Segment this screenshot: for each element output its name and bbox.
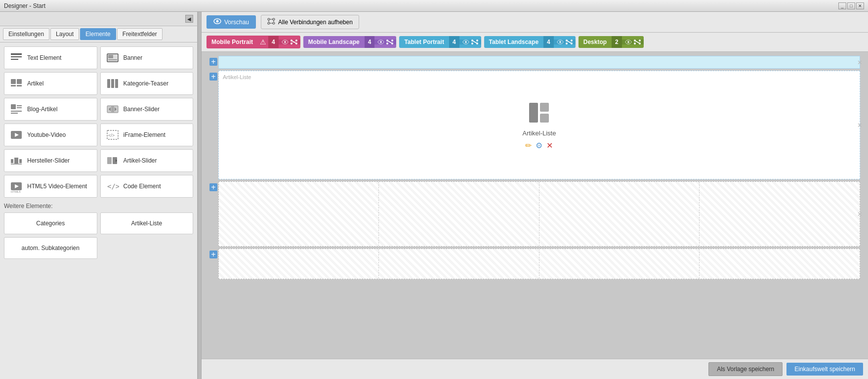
- tab-einstellungen[interactable]: Einstellungen: [3, 28, 49, 40]
- svg-point-66: [476, 42, 478, 44]
- device-tab-tablet-landscape[interactable]: Tablet Landscape 4: [484, 36, 576, 48]
- header-row-delete[interactable]: ✕: [857, 59, 863, 66]
- add-row-3-button[interactable]: +: [209, 183, 217, 191]
- desktop-icons: [622, 40, 644, 44]
- svg-point-73: [571, 42, 573, 44]
- canvas-wrapper: + ✕ + Artikel-Liste: [202, 52, 868, 359]
- svg-point-75: [571, 40, 573, 42]
- save-template-button[interactable]: Als Vorlage speichern: [708, 362, 783, 376]
- svg-rect-28: [19, 159, 22, 163]
- svg-point-60: [386, 42, 388, 44]
- element-blog-artikel[interactable]: Blog-Artikel: [4, 98, 97, 121]
- window-controls: _ □ ✕: [838, 2, 864, 9]
- connections-button[interactable]: Alle Verbindungen aufheben: [261, 15, 359, 29]
- save-shop-button[interactable]: Einkaufswelt speichern: [786, 363, 863, 376]
- iframe-label: iFrame-Element: [124, 131, 165, 138]
- element-artikel-slider[interactable]: Artikel-Slider: [100, 149, 194, 172]
- minimize-button[interactable]: _: [838, 2, 846, 9]
- kategorie-teaser-label: Kategorie-Teaser: [124, 80, 168, 87]
- grid-cell-4-3: [539, 249, 700, 279]
- grid-cell-4-1: [219, 249, 379, 279]
- artikel-liste-row: Artikel-Liste Artikel-Liste: [218, 71, 860, 179]
- preview-button[interactable]: Vorschau: [207, 15, 256, 29]
- grid-cell-3-2: [379, 182, 539, 246]
- add-row-before-button[interactable]: +: [209, 58, 217, 66]
- delete-action-icon[interactable]: ✕: [546, 141, 553, 150]
- canvas-row-1-wrapper: + ✕: [209, 56, 860, 69]
- add-row-4-button[interactable]: +: [209, 251, 217, 258]
- header-row: ✕: [218, 56, 860, 69]
- svg-point-51: [290, 40, 292, 42]
- further-element-autom-subkategorien[interactable]: autom. Subkategorien: [4, 237, 97, 259]
- mobile-landscape-label: Mobile Landscape: [303, 36, 365, 48]
- resize-handle[interactable]: [198, 12, 202, 379]
- mobile-landscape-icons: [374, 40, 396, 44]
- maximize-button[interactable]: □: [847, 2, 855, 9]
- hersteller-slider-label: Hersteller-Slider: [27, 157, 70, 164]
- tab-elemente[interactable]: Elemente: [80, 28, 116, 40]
- banner-label: Banner: [124, 54, 143, 61]
- svg-rect-84: [540, 103, 549, 112]
- tab-layout[interactable]: Layout: [50, 28, 79, 40]
- artikel-liste-row-delete[interactable]: ✕: [857, 122, 863, 129]
- html5-video-label: HTML5 Video-Element: [27, 183, 87, 190]
- svg-rect-1: [11, 56, 22, 57]
- grid-row-3-delete[interactable]: ✕: [857, 211, 863, 218]
- further-element-categories[interactable]: Categories: [4, 212, 97, 234]
- grid-cell-3-4: [700, 182, 860, 246]
- tablet-portrait-badge: 4: [449, 36, 459, 48]
- collapse-button[interactable]: ◀: [185, 15, 193, 23]
- svg-point-54: [295, 42, 297, 44]
- tab-freitextfelder[interactable]: Freitextfelder: [117, 28, 163, 40]
- device-tab-mobile-landscape[interactable]: Mobile Landscape 4: [303, 36, 397, 48]
- element-banner[interactable]: Banner: [100, 46, 194, 69]
- text-element-label: Text Element: [27, 54, 61, 61]
- svg-rect-83: [529, 103, 538, 123]
- element-text-element[interactable]: Text Element: [4, 46, 97, 69]
- element-iframe[interactable]: </> iFrame-Element: [100, 124, 194, 146]
- artikel-slider-icon: [106, 154, 120, 168]
- element-code[interactable]: </> Code Element: [100, 175, 194, 198]
- device-tab-mobile-portrait[interactable]: Mobile Portrait ⚠ 4: [207, 36, 300, 48]
- tablet-portrait-icons: [459, 40, 481, 44]
- device-tab-desktop[interactable]: Desktop 2: [579, 36, 644, 48]
- svg-point-53: [290, 42, 292, 44]
- edit-action-icon[interactable]: ✏: [525, 141, 532, 150]
- svg-point-68: [476, 40, 478, 42]
- add-row-2-button[interactable]: +: [209, 73, 217, 81]
- svg-point-65: [471, 40, 473, 42]
- device-tab-tablet-portrait[interactable]: Tablet Portrait 4: [399, 36, 481, 48]
- close-button[interactable]: ✕: [856, 2, 864, 9]
- svg-point-77: [627, 41, 629, 43]
- grid-cell-4-2: [379, 249, 539, 279]
- svg-rect-13: [11, 104, 16, 109]
- svg-rect-30: [107, 157, 112, 164]
- svg-point-42: [273, 22, 275, 24]
- svg-rect-21: [111, 106, 114, 113]
- bottom-toolbar: Als Vorlage speichern Einkaufswelt speic…: [202, 359, 868, 379]
- further-element-artikel-liste[interactable]: Artikel-Liste: [100, 212, 194, 234]
- element-hersteller-slider[interactable]: Hersteller-Slider: [4, 149, 97, 172]
- element-banner-slider[interactable]: Banner-Slider: [100, 98, 194, 121]
- element-youtube-video[interactable]: Youtube-Video: [4, 124, 97, 146]
- svg-rect-9: [17, 85, 22, 86]
- element-html5-video[interactable]: HTML5 HTML5 Video-Element: [4, 175, 97, 198]
- main-container: ◀ Einstellungen Layout Elemente Freitext…: [0, 12, 868, 379]
- svg-rect-27: [14, 158, 18, 164]
- svg-point-63: [465, 41, 467, 43]
- tablet-landscape-label: Tablet Landscape: [484, 36, 543, 48]
- settings-action-icon[interactable]: ⚙: [536, 141, 542, 150]
- artikel-liste-center-label: Artikel-Liste: [523, 129, 556, 137]
- svg-point-67: [471, 42, 473, 44]
- element-artikel[interactable]: Artikel: [4, 72, 97, 95]
- element-kategorie-teaser[interactable]: Kategorie-Teaser: [100, 72, 194, 95]
- svg-rect-17: [11, 113, 18, 114]
- svg-point-74: [566, 42, 568, 44]
- artikel-liste-top-label: Artikel-Liste: [223, 74, 251, 80]
- artikel-slider-label: Artikel-Slider: [124, 157, 157, 164]
- youtube-video-label: Youtube-Video: [27, 131, 66, 138]
- mobile-portrait-label: Mobile Portrait: [207, 36, 258, 48]
- title-bar: Designer - Start _ □ ✕: [0, 0, 868, 12]
- mobile-landscape-badge: 4: [365, 36, 375, 48]
- device-tabs-bar: Mobile Portrait ⚠ 4 Mobile Landscape 4: [202, 33, 868, 52]
